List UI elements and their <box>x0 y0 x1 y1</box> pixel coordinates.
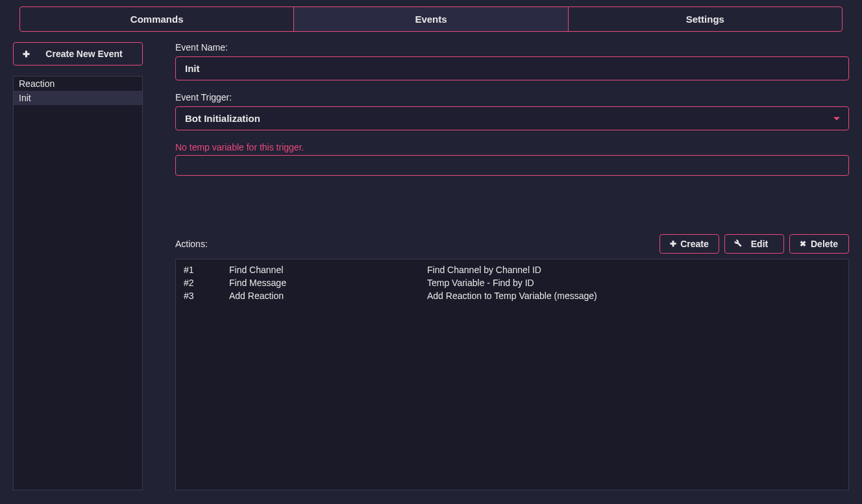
event-list[interactable]: Reaction Init <box>13 76 143 490</box>
main-area: ✚ Create New Event Reaction Init Event N… <box>0 32 862 503</box>
event-trigger-select-wrap: Bot Initialization <box>175 106 849 130</box>
action-name: Add Reaction <box>229 291 427 301</box>
edit-action-label: Edit <box>743 239 776 249</box>
main-tabs: Commands Events Settings <box>0 0 862 32</box>
wrench-icon <box>733 239 743 249</box>
action-row[interactable]: #1 Find Channel Find Channel by Channel … <box>176 263 848 276</box>
create-event-button[interactable]: ✚ Create New Event <box>13 42 143 66</box>
temp-var-input <box>175 155 849 176</box>
event-name-input[interactable] <box>175 56 849 80</box>
actions-header: Actions: ✚ Create Edit ✖ Delete <box>175 234 849 254</box>
event-list-item[interactable]: Init <box>14 91 142 105</box>
action-description: Add Reaction to Temp Variable (message) <box>427 291 841 301</box>
edit-action-button[interactable]: Edit <box>724 234 784 254</box>
create-event-label: Create New Event <box>30 49 133 59</box>
close-icon: ✖ <box>798 239 808 248</box>
event-trigger-select[interactable]: Bot Initialization <box>175 106 849 130</box>
plus-icon: ✚ <box>668 239 678 248</box>
content-panel: Event Name: Event Trigger: Bot Initializ… <box>175 42 849 490</box>
actions-label: Actions: <box>175 239 208 249</box>
actions-list[interactable]: #1 Find Channel Find Channel by Channel … <box>175 259 849 490</box>
action-number: #1 <box>184 265 229 275</box>
delete-action-button[interactable]: ✖ Delete <box>789 234 849 254</box>
action-number: #3 <box>184 291 229 301</box>
create-action-label: Create <box>678 239 711 249</box>
sidebar: ✚ Create New Event Reaction Init <box>13 42 143 490</box>
action-number: #2 <box>184 278 229 288</box>
action-description: Find Channel by Channel ID <box>427 265 841 275</box>
action-row[interactable]: #3 Add Reaction Add Reaction to Temp Var… <box>176 289 848 302</box>
tab-events[interactable]: Events <box>293 6 568 32</box>
tab-settings[interactable]: Settings <box>568 6 843 32</box>
delete-action-label: Delete <box>808 239 841 249</box>
temp-var-warning: No temp variable for this trigger. <box>175 142 849 152</box>
plus-icon: ✚ <box>23 49 30 59</box>
action-name: Find Message <box>229 278 427 288</box>
action-row[interactable]: #2 Find Message Temp Variable - Find by … <box>176 276 848 289</box>
event-trigger-label: Event Trigger: <box>175 92 849 102</box>
action-description: Temp Variable - Find by ID <box>427 278 841 288</box>
event-list-item[interactable]: Reaction <box>14 77 142 91</box>
create-action-button[interactable]: ✚ Create <box>659 234 719 254</box>
event-name-label: Event Name: <box>175 42 849 53</box>
tab-commands[interactable]: Commands <box>19 6 294 32</box>
actions-button-group: ✚ Create Edit ✖ Delete <box>659 234 849 254</box>
action-name: Find Channel <box>229 265 427 275</box>
